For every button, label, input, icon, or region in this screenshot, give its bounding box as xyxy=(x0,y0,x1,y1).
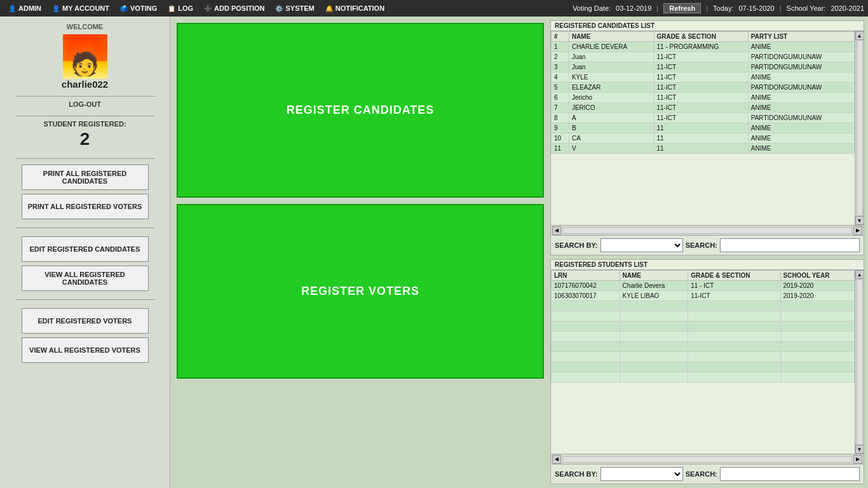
table-row[interactable]: 1 CHARLIE DEVERA 11 - PROGRAMMING ANIME xyxy=(552,42,855,52)
col-name: NAME xyxy=(569,32,654,42)
student-count: 2 xyxy=(80,129,90,149)
cell-grade: 11-ICT xyxy=(654,93,748,103)
cell-student-name: KYLE LIBAO xyxy=(620,291,688,301)
avatar: 🧑 xyxy=(63,34,107,79)
students-search-label: SEARCH: xyxy=(686,470,717,478)
nav-voting[interactable]: 🗳️ VOTING xyxy=(116,3,161,14)
nav-system[interactable]: ⚙️ SYSTEM xyxy=(271,3,318,14)
candidates-search-by-select[interactable]: NAMEGRADE & SECTIONPARTY LIST xyxy=(600,238,683,252)
edit-candidates-button[interactable]: EDIT REGISTERED CANDIDATES xyxy=(22,236,149,262)
vscroll-track[interactable] xyxy=(857,40,863,216)
cell-num: 9 xyxy=(552,123,569,133)
table-row[interactable]: 4 KYLE 11-ICT ANIME xyxy=(552,72,855,83)
cell-name: Juan xyxy=(569,62,654,72)
table-row[interactable]: 6 Jericho 11-ICT ANIME xyxy=(552,93,855,103)
nav-my-account[interactable]: 👤 MY ACCOUNT xyxy=(48,3,113,14)
vscroll-up-arrow[interactable]: ▲ xyxy=(855,31,864,40)
table-row[interactable]: 10 CA 11 ANIME xyxy=(552,133,855,144)
register-candidates-box[interactable]: REGISTER CANDIDATES xyxy=(177,23,544,198)
hscroll-left-arrow[interactable]: ◀ xyxy=(552,226,561,235)
refresh-button[interactable]: Refresh xyxy=(663,3,701,13)
edit-voters-button[interactable]: EDIT REGISTERED VOTERS xyxy=(22,308,149,334)
cell-party: ANIME xyxy=(748,72,854,83)
vscroll-down-arrow[interactable]: ▼ xyxy=(855,216,864,225)
content-inner: REGISTER CANDIDATES REGISTER VOTERS xyxy=(170,17,550,488)
hscroll-track[interactable] xyxy=(562,227,852,234)
welcome-label: WELCOME xyxy=(67,23,103,30)
table-row[interactable]: 3 Juan 11-ICT PARTIDONGUMUUNAW xyxy=(552,62,855,72)
table-row[interactable]: 5 ELEAZAR 11-ICT PARTIDONGUMUUNAW xyxy=(552,83,855,93)
table-row[interactable]: 8 A 11-ICT PARTIDONGUMUUNAW xyxy=(552,113,855,123)
students-hscroll-left-arrow[interactable]: ◀ xyxy=(552,455,561,464)
col-party: PARTY LIST xyxy=(748,32,854,42)
students-hscrollbar: ◀ ▶ xyxy=(551,454,864,464)
students-vscrollbar[interactable]: ▲ ▼ xyxy=(855,270,864,454)
content-area: REGISTER CANDIDATES REGISTER VOTERS xyxy=(170,17,550,488)
table-row-empty xyxy=(552,332,855,342)
cell-party: ANIME xyxy=(748,133,854,144)
hscroll-right-arrow[interactable]: ▶ xyxy=(853,226,862,235)
nav-add-position[interactable]: ➕ ADD POSITION xyxy=(200,3,268,14)
candidates-vscrollbar[interactable]: ▲ ▼ xyxy=(855,31,864,225)
cell-num: 5 xyxy=(552,83,569,93)
candidates-list-title: REGISTERED CANDIDATES LIST xyxy=(551,21,864,31)
table-row[interactable]: 9 B 11 ANIME xyxy=(552,123,855,133)
cell-party: ANIME xyxy=(748,123,854,133)
cell-num: 10 xyxy=(552,133,569,144)
sidebar: WELCOME 🧑 charlie022 LOG-OUT STUDENT REG… xyxy=(0,17,170,488)
col-school-year: SCHOOL YEAR xyxy=(780,271,855,281)
divider-2 xyxy=(15,116,155,116)
col-lrn: LRN xyxy=(552,271,620,281)
top-navigation: 👤 ADMIN 👤 MY ACCOUNT 🗳️ VOTING 📋 LOG ➕ A… xyxy=(0,0,868,17)
students-search-by-select[interactable]: LRNNAMEGRADE & SECTIONSCHOOL YEAR xyxy=(600,467,683,481)
cell-party: PARTIDONGUMUUNAW xyxy=(748,52,854,62)
students-vscroll-up-arrow[interactable]: ▲ xyxy=(855,270,864,279)
table-row-empty xyxy=(552,372,855,383)
view-voters-button[interactable]: VIEW ALL REGISTERED VOTERS xyxy=(22,337,149,363)
nav-notification[interactable]: 🔔 NOTIFICATION xyxy=(321,3,388,14)
register-voters-box[interactable]: REGISTER VOTERS xyxy=(177,204,544,379)
cell-name: Juan xyxy=(569,52,654,62)
table-row[interactable]: 107176070042 Charlie Devera 11 - ICT 201… xyxy=(552,281,855,291)
table-row[interactable]: 2 Juan 11-ICT PARTIDONGUMUUNAW xyxy=(552,52,855,62)
cell-party: PARTIDONGUMUUNAW xyxy=(748,83,854,93)
table-row[interactable]: 106303070017 KYLE LIBAO 11-ICT 2019-2020 xyxy=(552,291,855,301)
cell-student-grade: 11 - ICT xyxy=(688,281,780,291)
students-hscroll-track[interactable] xyxy=(562,456,852,463)
cell-name: A xyxy=(569,113,654,123)
cell-name: B xyxy=(569,123,654,133)
nav-admin[interactable]: 👤 ADMIN xyxy=(4,3,45,14)
cell-school-year: 2019-2020 xyxy=(780,291,855,301)
divider-1 xyxy=(15,96,155,97)
print-candidates-button[interactable]: PRINT ALL REGISTERED CANDIDATES xyxy=(22,165,149,190)
table-row-empty xyxy=(552,342,855,352)
students-search-input[interactable] xyxy=(720,467,860,481)
candidates-search-input[interactable] xyxy=(720,238,860,252)
logout-label[interactable]: LOG-OUT xyxy=(69,100,101,108)
candidates-search-row: SEARCH BY: NAMEGRADE & SECTIONPARTY LIST… xyxy=(551,235,864,255)
cell-name: KYLE xyxy=(569,72,654,83)
divider-4 xyxy=(15,227,155,228)
cell-name: JERICO xyxy=(569,103,654,113)
cell-grade: 11-ICT xyxy=(654,113,748,123)
candidates-search-label: SEARCH: xyxy=(686,241,717,249)
candidates-search-by-label: SEARCH BY: xyxy=(555,241,598,249)
students-list-panel: REGISTERED STUDENTS LIST LRN NAME GRADE … xyxy=(550,259,864,484)
table-row[interactable]: 11 V 11 ANIME xyxy=(552,144,855,154)
cell-grade: 11-ICT xyxy=(654,72,748,83)
table-row[interactable]: 7 JERICO 11-ICT ANIME xyxy=(552,103,855,113)
username-display: charlie022 xyxy=(62,79,108,90)
cell-grade: 11-ICT xyxy=(654,62,748,72)
cell-party: ANIME xyxy=(748,93,854,103)
students-vscroll-down-arrow[interactable]: ▼ xyxy=(855,445,864,454)
view-candidates-button[interactable]: VIEW ALL REGISTERED CANDIDATES xyxy=(22,266,149,291)
students-hscroll-right-arrow[interactable]: ▶ xyxy=(853,455,862,464)
nav-log[interactable]: 📋 LOG xyxy=(163,3,197,14)
voting-date-label: Voting Date: xyxy=(573,4,611,12)
add-position-icon: ➕ xyxy=(203,4,212,13)
cell-lrn: 106303070017 xyxy=(552,291,620,301)
print-voters-button[interactable]: PRINT ALL REGISTERED VOTERS xyxy=(22,194,149,219)
admin-icon: 👤 xyxy=(8,4,17,13)
students-vscroll-track[interactable] xyxy=(857,279,863,445)
cell-party: ANIME xyxy=(748,42,854,52)
